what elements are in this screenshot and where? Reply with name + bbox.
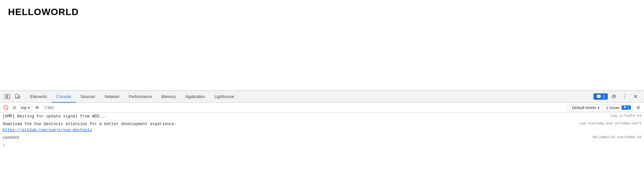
page-content: HELLOWORLD — [0, 0, 644, 90]
page-title: HELLOWORLD — [8, 7, 636, 17]
